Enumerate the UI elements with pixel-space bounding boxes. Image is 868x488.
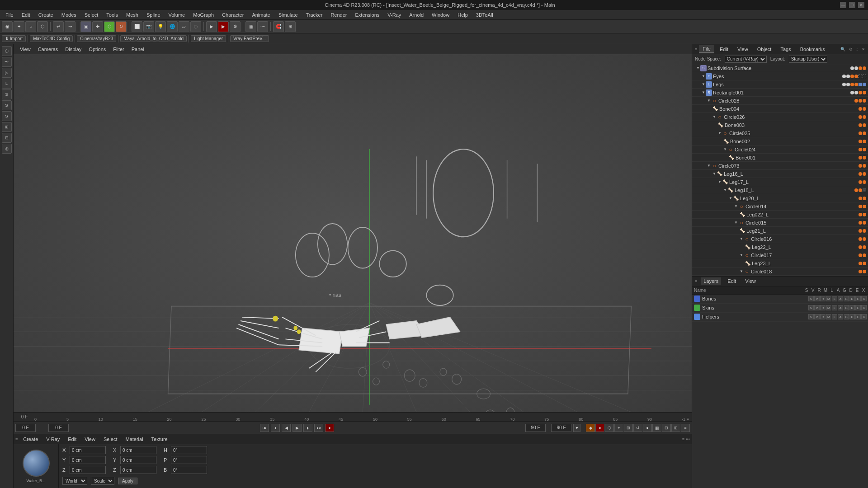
obj-row-leg18l[interactable]: ▼ 🦴 Leg18_L ⊞ bbox=[692, 186, 868, 194]
menu-help[interactable]: Help bbox=[454, 11, 472, 19]
tb-snap[interactable]: 🧲 bbox=[273, 21, 284, 32]
ls-motion-btn[interactable]: S bbox=[2, 100, 12, 110]
dot[interactable] bbox=[863, 123, 866, 127]
layer-row-bones[interactable]: Bones S V R M L A G D E X bbox=[692, 295, 868, 304]
ls-misc-btn[interactable]: ◎ bbox=[2, 144, 12, 154]
dot[interactable] bbox=[863, 172, 866, 176]
layer-icon-e[interactable]: E bbox=[855, 305, 861, 310]
obj-row-bone002[interactable]: 🦴 Bone002 bbox=[692, 137, 868, 145]
minimize-button[interactable]: — bbox=[840, 2, 846, 8]
om-tab-bookmarks[interactable]: Bookmarks bbox=[797, 46, 829, 53]
collapse-icon[interactable]: ▼ bbox=[717, 180, 722, 184]
layer-icon-r[interactable]: R bbox=[820, 305, 826, 310]
obj-row-circle028[interactable]: ▼ ○ Circle028 bbox=[692, 97, 868, 105]
maximize-button[interactable]: □ bbox=[849, 2, 855, 8]
dot[interactable] bbox=[863, 229, 866, 233]
collapse-icon[interactable]: ▼ bbox=[728, 196, 733, 201]
menu-render[interactable]: Render bbox=[327, 11, 350, 19]
menu-vray[interactable]: V-Ray bbox=[384, 11, 405, 19]
layer-icon-r[interactable]: R bbox=[820, 314, 826, 319]
menu-edit[interactable]: Edit bbox=[18, 11, 34, 19]
sx-input[interactable] bbox=[120, 446, 156, 454]
dot[interactable] bbox=[859, 123, 862, 127]
obj-row-leg22l[interactable]: 🦴 Leg22_L bbox=[692, 243, 868, 251]
layer-icon-d[interactable]: D bbox=[849, 314, 855, 319]
layer-icon-s[interactable]: S bbox=[808, 305, 814, 310]
obj-row-leg23l[interactable]: 🦴 Leg23_L bbox=[692, 259, 868, 267]
h-input[interactable] bbox=[171, 446, 207, 454]
layer-icon-e[interactable]: E bbox=[855, 314, 861, 319]
dot[interactable] bbox=[842, 75, 846, 78]
dot[interactable] bbox=[863, 221, 866, 225]
collapse-icon[interactable]: ▼ bbox=[707, 99, 711, 103]
layer-btn[interactable]: ⊞ bbox=[624, 424, 633, 432]
ls-polygon-btn[interactable]: ▷ bbox=[2, 68, 12, 78]
tb-render-settings[interactable]: ⚙ bbox=[230, 21, 241, 32]
menu-3dtoall[interactable]: 3DToAll bbox=[472, 11, 497, 19]
dot[interactable] bbox=[859, 188, 862, 192]
dot[interactable] bbox=[859, 131, 862, 135]
collapse-icon[interactable]: ▼ bbox=[701, 74, 706, 79]
obj-row-leg21l[interactable]: 🦴 Leg21_L bbox=[692, 227, 868, 235]
obj-row-circle024[interactable]: ▼ ○ Circle024 bbox=[692, 145, 868, 154]
menu-animate[interactable]: Animate bbox=[248, 11, 274, 19]
collapse-icon[interactable]: ▼ bbox=[696, 66, 700, 70]
tb-render-view[interactable]: ▶ bbox=[206, 21, 217, 32]
end-frame-input[interactable]: 90 F bbox=[525, 424, 546, 432]
sz-input[interactable] bbox=[120, 466, 156, 474]
dot[interactable] bbox=[863, 180, 866, 184]
tb-timeline[interactable]: ▦ bbox=[245, 21, 256, 32]
layer-row-helpers[interactable]: Helpers S V R M L A G D E X bbox=[692, 313, 868, 322]
layer-icon-l[interactable]: L bbox=[832, 305, 837, 310]
layer-icon-g[interactable]: G bbox=[844, 296, 849, 301]
timeline-ruler[interactable]: 0 5 10 15 20 25 30 35 40 45 50 55 bbox=[33, 413, 690, 422]
goto-end-btn[interactable]: ⏭ bbox=[314, 424, 323, 432]
collapse-icon[interactable]: ▼ bbox=[701, 90, 706, 95]
om-tab-edit[interactable]: Edit bbox=[716, 46, 732, 53]
dot[interactable] bbox=[863, 262, 866, 265]
layer-icon-m[interactable]: M bbox=[826, 296, 831, 301]
mat-select[interactable]: Select bbox=[101, 436, 120, 442]
layer-icon-a[interactable]: A bbox=[838, 296, 843, 301]
menu-extensions[interactable]: Extensions bbox=[351, 11, 383, 19]
ls-spline-btn[interactable]: 〜 bbox=[2, 57, 12, 67]
camera-btn2[interactable]: + bbox=[614, 424, 623, 432]
menu-spline[interactable]: Spline bbox=[143, 11, 164, 19]
layer-icon-v[interactable]: V bbox=[814, 314, 820, 319]
menu-simulate[interactable]: Simulate bbox=[275, 11, 302, 19]
layer-icon-g[interactable]: G bbox=[844, 305, 849, 310]
layer-icon-m[interactable]: M bbox=[826, 305, 831, 310]
p-input[interactable] bbox=[171, 456, 207, 464]
dot[interactable] bbox=[859, 115, 862, 119]
mat-view[interactable]: View bbox=[82, 436, 98, 442]
world-select[interactable]: World Object Local bbox=[62, 477, 87, 485]
tb-object-mode[interactable]: ⬡ bbox=[37, 21, 48, 32]
current-frame-input2[interactable] bbox=[48, 424, 69, 432]
ik-btn[interactable]: ⊟ bbox=[662, 424, 671, 432]
obj-row-bone003[interactable]: 🦴 Bone003 bbox=[692, 121, 868, 129]
obj-row-circle073[interactable]: ▼ ○ Circle073 bbox=[692, 162, 868, 170]
dot[interactable] bbox=[850, 75, 854, 78]
ls-fx-btn[interactable]: ⊞ bbox=[2, 122, 12, 132]
tb-scale[interactable]: ⬡ bbox=[104, 21, 115, 32]
dot[interactable] bbox=[859, 237, 862, 241]
om-tab-file[interactable]: File bbox=[699, 45, 714, 53]
layer-icon-x[interactable]: X bbox=[861, 305, 867, 310]
om-tab-tags[interactable]: Tags bbox=[777, 46, 794, 53]
dot[interactable] bbox=[854, 75, 858, 78]
dot[interactable] bbox=[854, 91, 858, 94]
tb-live-selection[interactable]: ▣ bbox=[80, 21, 91, 32]
menu-character[interactable]: Character bbox=[218, 11, 247, 19]
extra-btn[interactable]: ≡ bbox=[681, 424, 690, 432]
viewport[interactable]: Perspective Default Camera * Grid Spacin… bbox=[14, 54, 692, 412]
menu-mesh[interactable]: Mesh bbox=[123, 11, 142, 19]
layout-select[interactable]: Startup (User) bbox=[789, 56, 827, 63]
snap-btn2[interactable]: ▦ bbox=[652, 424, 661, 432]
menu-tracker[interactable]: Tracker bbox=[302, 11, 326, 19]
collapse-icon[interactable]: ▼ bbox=[739, 269, 744, 274]
tb-grid[interactable]: ⊞ bbox=[285, 21, 296, 32]
tb-move[interactable]: ✚ bbox=[92, 21, 103, 32]
collapse-icon[interactable]: ▼ bbox=[707, 164, 711, 168]
obj-row-leg022l[interactable]: 🦴 Leg022_L bbox=[692, 211, 868, 219]
layer-icon-r[interactable]: R bbox=[820, 296, 826, 301]
